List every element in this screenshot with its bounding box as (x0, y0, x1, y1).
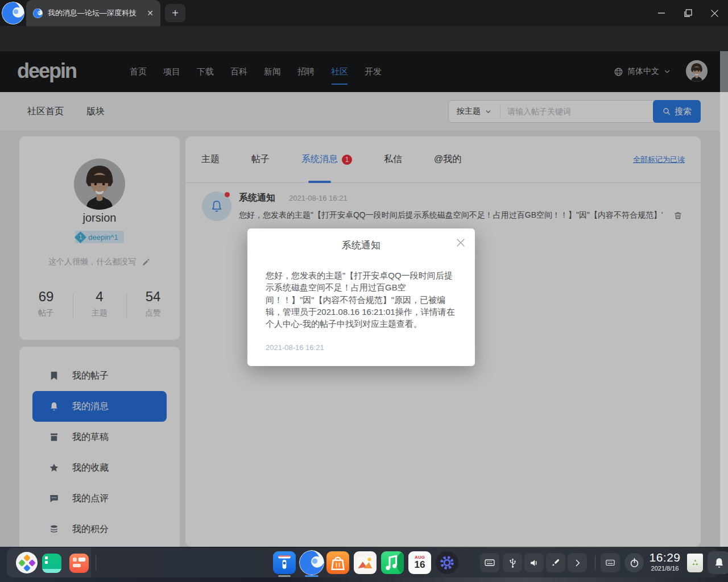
shutdown-icon[interactable] (624, 553, 644, 572)
new-tab-button[interactable]: + (165, 4, 185, 22)
tab-close-icon[interactable]: ✕ (147, 9, 154, 18)
notification-center-icon[interactable] (708, 551, 728, 574)
dialog-title: 系统通知 (247, 239, 475, 252)
launcher-diamond (18, 559, 26, 567)
window-maximize-button[interactable] (680, 5, 697, 22)
photos-icon[interactable] (354, 551, 377, 574)
scrollbar-segment (720, 51, 728, 92)
dock: AUG 16 (7, 548, 719, 577)
running-indicator (278, 575, 291, 577)
browser-dock-icon[interactable] (299, 550, 324, 575)
file-manager-icon[interactable] (273, 551, 296, 574)
tray-divider (595, 555, 595, 570)
calendar-day: 16 (415, 560, 425, 571)
keyboard-layout-icon[interactable] (601, 553, 620, 572)
control-center-icon[interactable] (436, 551, 458, 574)
window-close-button[interactable] (706, 5, 723, 22)
music-icon[interactable] (381, 551, 404, 574)
desktop-screen: 我的消息—论坛—深度科技 ✕ + bbs.deepin.org/mine/mes… (0, 0, 728, 582)
launcher-icon[interactable] (16, 552, 38, 573)
network-pen-icon[interactable] (546, 553, 565, 572)
tray-expand-icon[interactable] (568, 553, 587, 572)
browser-toolbar: bbs.deepin.org/mine/message 1 (0, 26, 728, 51)
dialog-timestamp: 2021-08-16 16:21 (266, 343, 324, 352)
browser-app-icon (2, 2, 24, 24)
taskbar: AUG 16 (0, 547, 728, 582)
onboard-keyboard-icon[interactable] (480, 553, 499, 572)
window-view-icon[interactable] (69, 554, 89, 573)
dock-divider (96, 555, 96, 570)
tab-favicon-icon (33, 9, 43, 18)
volume-icon[interactable] (524, 553, 544, 572)
dialog-close-icon[interactable] (456, 238, 466, 248)
scrollbar-track (720, 92, 728, 547)
clock-date: 2021/8/16 (647, 565, 682, 572)
clock-time: 16:29 (647, 551, 682, 564)
launcher-diamond (23, 564, 31, 572)
multitasking-view-icon[interactable] (42, 554, 61, 573)
window-minimize-button[interactable] (653, 5, 670, 22)
app-store-icon[interactable] (326, 551, 349, 574)
browser-tabstrip: 我的消息—论坛—深度科技 ✕ + (0, 0, 728, 26)
trash-icon[interactable] (687, 554, 703, 572)
launcher-diamond (23, 554, 31, 562)
system-notice-dialog: 系统通知 您好，您发表的主题"【打开安卓QQ一段时间后提示系统磁盘空间不足！占用… (247, 228, 475, 366)
browser-tab[interactable]: 我的消息—论坛—深度科技 ✕ (26, 0, 160, 26)
running-indicator-active (305, 575, 318, 577)
page-scrollbar[interactable] (720, 51, 728, 547)
launcher-diamond (28, 559, 36, 567)
calendar-icon[interactable]: AUG 16 (408, 551, 431, 574)
usb-device-icon[interactable] (503, 553, 522, 572)
tab-title: 我的消息—论坛—深度科技 (48, 8, 142, 18)
dialog-body: 您好，您发表的主题"【打开安卓QQ一段时间后提示系统磁盘空间不足！占用过百GB空… (266, 269, 457, 330)
clock[interactable]: 16:29 2021/8/16 (647, 551, 682, 572)
